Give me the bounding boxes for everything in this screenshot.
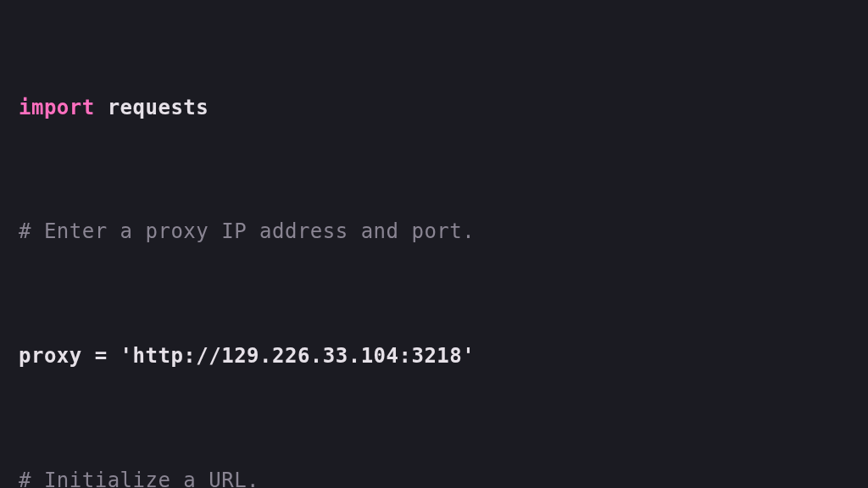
comment: # Enter a proxy IP address and port.	[19, 219, 475, 243]
operator: =	[82, 344, 120, 368]
keyword-import: import	[19, 96, 95, 119]
comment: # Initialize a URL.	[19, 469, 259, 488]
space	[95, 96, 108, 119]
string-literal: 'http://129.226.33.104:3218'	[120, 344, 476, 368]
code-line-2: # Enter a proxy IP address and port.	[19, 219, 849, 245]
code-line-4: # Initialize a URL.	[19, 468, 849, 488]
code-line-3: proxy = 'http://129.226.33.104:3218'	[19, 343, 849, 369]
module-name: requests	[108, 96, 209, 119]
code-line-1: import requests	[19, 95, 849, 121]
variable: proxy	[19, 344, 82, 368]
code-block: import requests # Enter a proxy IP addre…	[0, 0, 868, 488]
